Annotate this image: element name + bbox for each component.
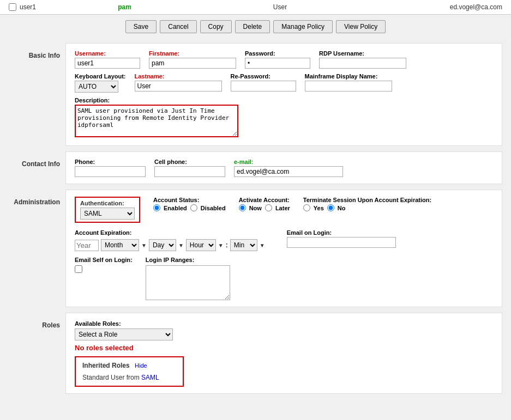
terminate-yes-radio[interactable] [303, 204, 310, 211]
phone-group: Phone: [75, 159, 146, 177]
description-label: Description: [75, 97, 493, 104]
delete-button[interactable]: Delete [235, 20, 270, 33]
enabled-label: Enabled [164, 205, 187, 211]
time-colon: : [226, 241, 228, 249]
available-roles-select[interactable]: Select a Role [75, 328, 173, 340]
administration-content: Authentication: SAML Account Status: Ena… [65, 190, 502, 307]
rdp-username-input[interactable] [319, 58, 406, 69]
hour-select[interactable]: Hour [186, 239, 216, 251]
contact-info-content: Phone: Cell phone: e-mail: [65, 151, 502, 184]
email-self-group: Email Self on Login: [75, 257, 133, 273]
hide-link[interactable]: Hide [135, 362, 147, 369]
month-select[interactable]: Month [101, 239, 139, 251]
password-input[interactable] [245, 58, 310, 69]
cell-phone-input[interactable] [154, 166, 225, 177]
view-policy-button[interactable]: View Policy [336, 20, 386, 33]
login-ip-label: Login IP Ranges: [146, 257, 230, 263]
roles-content: Available Roles: Select a Role No roles … [65, 313, 502, 394]
rdp-username-label: RDP Username: [319, 50, 406, 57]
activate-later-radio[interactable] [265, 204, 272, 211]
authentication-label: Authentication: [80, 200, 135, 206]
header-pam: pam [58, 3, 191, 11]
password-group: Password: [245, 50, 310, 69]
hour-dropdown-icon: ▼ [218, 242, 224, 248]
expiry-row: Month ▼ Day ▼ Hour ▼ : Min [75, 239, 265, 251]
email-self-checkbox[interactable] [75, 265, 82, 273]
account-expiration-label: Account Expiration: [75, 229, 265, 236]
activate-radios: Now Later [239, 204, 290, 211]
administration-label: Administration [0, 187, 65, 309]
login-ip-textarea[interactable] [146, 265, 230, 300]
save-button[interactable]: Save [125, 20, 157, 33]
basic-info-label: Basic Info [0, 41, 65, 148]
cell-phone-group: Cell phone: [154, 159, 225, 177]
firstname-label: Firstname: [149, 50, 236, 57]
activate-account-group: Activate Account: Now Later [239, 197, 290, 211]
main-content: Basic Info Username: Firstname: Password… [0, 39, 511, 399]
email-on-login-input[interactable] [287, 237, 396, 248]
header-checkbox-col: user1 [9, 3, 36, 11]
copy-button[interactable]: Copy [200, 20, 232, 33]
enabled-radio[interactable] [153, 204, 160, 211]
keyboard-layout-select[interactable]: AUTO [75, 81, 118, 93]
username-label: Username: [75, 50, 140, 57]
keyboard-layout-label: Keyboard Layout: [75, 73, 126, 80]
lastname-input[interactable] [135, 81, 222, 92]
contact-info-section: Contact Info Phone: Cell phone: e-mail: [0, 149, 511, 186]
day-dropdown-icon: ▼ [178, 242, 184, 248]
email-input[interactable] [234, 166, 343, 177]
account-status-radios: Enabled Disabled [153, 204, 226, 211]
firstname-input[interactable] [149, 58, 236, 69]
description-textarea[interactable]: SAML user provisioned via Just In Time p… [75, 105, 238, 137]
lastname-group: Lastname: [135, 73, 222, 92]
lastname-label: Lastname: [135, 73, 222, 80]
available-roles-label: Available Roles: [75, 320, 121, 327]
firstname-group: Firstname: [149, 50, 236, 69]
header-user-type: User [213, 3, 347, 11]
login-ip-group: Login IP Ranges: [146, 257, 230, 300]
phone-label: Phone: [75, 159, 146, 165]
administration-section: Administration Authentication: SAML Acco… [0, 187, 511, 309]
re-password-input[interactable] [231, 81, 296, 92]
mainframe-group: Mainframe Display Name: [305, 73, 392, 92]
available-roles-group: Available Roles: Select a Role [75, 320, 493, 340]
email-on-login-group: Email on Login: [287, 229, 396, 248]
header-email: ed.vogel@ca.com [369, 3, 502, 11]
min-dropdown-icon: ▼ [260, 242, 265, 248]
toolbar: Save Cancel Copy Delete Manage Policy Vi… [0, 15, 511, 39]
activate-now-radio[interactable] [239, 204, 246, 211]
manage-policy-button[interactable]: Manage Policy [273, 20, 333, 33]
cancel-button[interactable]: Cancel [160, 20, 196, 33]
keyboard-layout-group: Keyboard Layout: AUTO [75, 73, 126, 93]
activate-later-label: Later [275, 205, 290, 211]
header-checkbox[interactable] [9, 3, 16, 11]
terminate-no-radio[interactable] [327, 204, 334, 211]
disabled-label: Disabled [201, 205, 226, 211]
description-group: Description: SAML user provisioned via J… [75, 97, 493, 139]
roles-label: Roles [0, 311, 65, 396]
re-password-group: Re-Password: [231, 73, 296, 92]
password-label: Password: [245, 50, 310, 57]
year-input[interactable] [75, 240, 99, 251]
username-input[interactable] [75, 58, 140, 69]
expiry-email-row: Account Expiration: Month ▼ Day ▼ Hour [75, 229, 493, 251]
day-select[interactable]: Day [149, 239, 176, 251]
inherited-roles-label: Inherited Roles [82, 362, 130, 369]
terminate-radios: Yes No [303, 204, 431, 211]
authentication-select[interactable]: SAML [80, 208, 135, 220]
basic-row-2: Keyboard Layout: AUTO Lastname: Re-Passw… [75, 73, 493, 93]
phone-input[interactable] [75, 166, 146, 177]
inherited-item-name: Standard User [82, 374, 124, 381]
admin-row-1: Authentication: SAML Account Status: Ena… [75, 197, 493, 223]
terminate-session-group: Terminate Session Upon Account Expiratio… [303, 197, 431, 211]
account-expiration-group: Account Expiration: Month ▼ Day ▼ Hour [75, 229, 265, 251]
min-select[interactable]: Min [230, 239, 257, 251]
basic-row-1: Username: Firstname: Password: RDP Usern… [75, 50, 493, 69]
inherited-roles-container: Inherited Roles Hide Standard User from … [75, 356, 493, 387]
inherited-source-link[interactable]: SAML [141, 374, 159, 381]
self-login-row: Email Self on Login: Login IP Ranges: [75, 257, 493, 300]
email-self-label: Email Self on Login: [75, 257, 133, 263]
header-bar: user1 pam User ed.vogel@ca.com [0, 0, 511, 15]
disabled-radio[interactable] [190, 204, 197, 211]
mainframe-input[interactable] [305, 81, 392, 92]
